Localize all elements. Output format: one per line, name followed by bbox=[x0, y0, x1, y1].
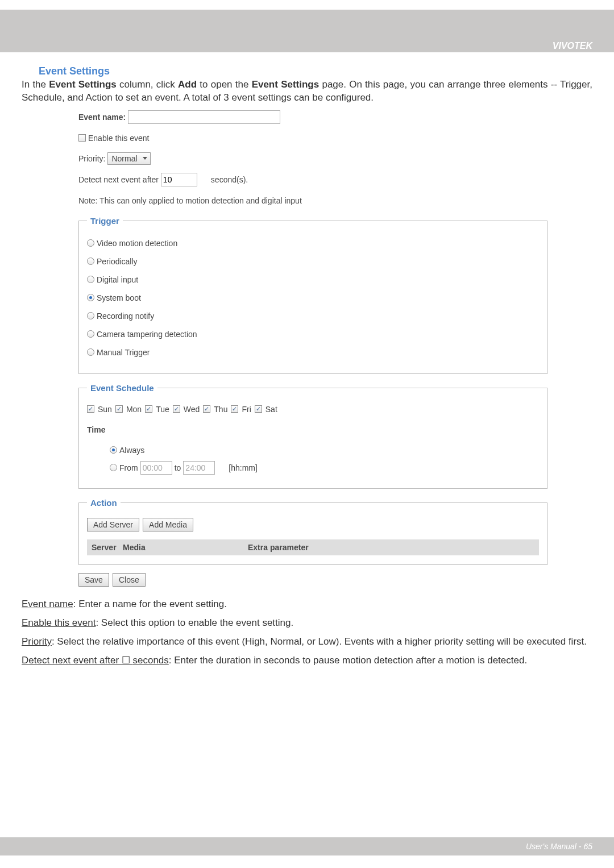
event-name-label: Event name: bbox=[78, 113, 126, 122]
explain-event-name: Event name: Enter a name for the event s… bbox=[22, 598, 592, 611]
explain-priority-text: : Select the relative importance of this… bbox=[52, 636, 587, 647]
footer-band: User's Manual - 65 bbox=[0, 837, 614, 855]
trigger-fieldset: Trigger Video motion detection Periodica… bbox=[78, 216, 547, 374]
detect-note: Note: This can only applied to motion de… bbox=[78, 196, 302, 205]
trigger-radio-recording[interactable] bbox=[87, 312, 94, 319]
trigger-label-digital: Digital input bbox=[97, 275, 138, 284]
day-label-wed: Wed bbox=[184, 405, 200, 414]
time-from-label: From bbox=[119, 463, 138, 472]
trigger-radio-manual[interactable] bbox=[87, 348, 94, 356]
explain-detect-term2: seconds bbox=[133, 655, 169, 666]
check-icon: ✓ bbox=[88, 406, 93, 412]
event-name-input[interactable] bbox=[128, 110, 280, 124]
time-to-label: to bbox=[175, 463, 181, 472]
day-checkbox-thu[interactable]: ✓ bbox=[203, 405, 210, 413]
explain-enable: Enable this event: Select this option to… bbox=[22, 617, 592, 630]
explain-detect-text: : Enter the duration in seconds to pause… bbox=[169, 655, 527, 666]
detect-suffix: second(s). bbox=[211, 175, 248, 184]
priority-label: Priority: bbox=[78, 154, 105, 163]
day-checkbox-tue[interactable]: ✓ bbox=[145, 405, 152, 413]
intro-text: In the Event Settings column, click Add … bbox=[22, 78, 592, 105]
enable-event-label: Enable this event bbox=[88, 134, 149, 143]
day-label-tue: Tue bbox=[156, 405, 169, 414]
page-content: Event Settings In the Event Settings col… bbox=[22, 65, 592, 673]
explain-enable-text: : Select this option to enable the event… bbox=[96, 617, 293, 628]
day-label-sun: Sun bbox=[98, 405, 112, 414]
check-icon: ✓ bbox=[232, 406, 237, 412]
schedule-fieldset: Event Schedule ✓Sun ✓Mon ✓Tue ✓Wed ✓Thu … bbox=[78, 383, 547, 489]
close-button[interactable]: Close bbox=[113, 573, 146, 587]
trigger-radio-video[interactable] bbox=[87, 239, 94, 247]
detect-seconds-input[interactable] bbox=[161, 173, 197, 186]
check-icon: ✓ bbox=[256, 406, 261, 412]
trigger-radio-digital[interactable] bbox=[87, 276, 94, 283]
time-radio-always[interactable] bbox=[110, 446, 117, 454]
time-always-label: Always bbox=[119, 446, 144, 455]
action-table-header: Server Media Extra parameter bbox=[87, 539, 539, 555]
action-col-server: Server bbox=[92, 543, 123, 552]
priority-value: Normal bbox=[111, 154, 137, 163]
schedule-legend: Event Schedule bbox=[87, 383, 157, 393]
explain-event-name-term: Event name bbox=[22, 599, 73, 609]
trigger-radio-periodically[interactable] bbox=[87, 258, 94, 265]
explain-detect-term1: Detect next event after bbox=[22, 655, 119, 666]
radio-selected-dot-icon bbox=[112, 448, 115, 451]
explain-enable-term: Enable this event bbox=[22, 617, 96, 628]
day-checkbox-mon[interactable]: ✓ bbox=[115, 405, 123, 413]
check-icon: ✓ bbox=[174, 406, 179, 412]
intro-bold-1: Event Settings bbox=[49, 79, 117, 90]
trigger-label-manual: Manual Trigger bbox=[97, 348, 150, 357]
priority-select[interactable]: Normal bbox=[107, 152, 150, 165]
radio-selected-dot-icon bbox=[89, 296, 92, 299]
action-fieldset: Action Add Server Add Media Server Media… bbox=[78, 498, 547, 565]
action-col-media: Media bbox=[123, 543, 248, 552]
add-server-button[interactable]: Add Server bbox=[87, 518, 139, 531]
explain-event-name-text: : Enter a name for the event setting. bbox=[73, 599, 227, 609]
chevron-down-icon bbox=[141, 154, 149, 163]
day-label-mon: Mon bbox=[126, 405, 142, 414]
detect-prefix: Detect next event after bbox=[78, 175, 159, 184]
check-icon: ✓ bbox=[204, 406, 209, 412]
check-icon: ✓ bbox=[146, 406, 151, 412]
trigger-legend: Trigger bbox=[87, 216, 123, 226]
section-title: Event Settings bbox=[39, 65, 592, 77]
time-label: Time bbox=[87, 425, 105, 434]
trigger-label-periodically: Periodically bbox=[97, 257, 138, 266]
intro-text-1: In the bbox=[22, 79, 49, 90]
time-hhmm-hint: [hh:mm] bbox=[229, 463, 258, 472]
action-legend: Action bbox=[87, 498, 121, 508]
day-label-fri: Fri bbox=[242, 405, 251, 414]
header-band: VIVOTEK bbox=[0, 10, 614, 52]
intro-text-2: column, click bbox=[117, 79, 178, 90]
day-checkbox-wed[interactable]: ✓ bbox=[173, 405, 180, 413]
trigger-label-recording: Recording notify bbox=[97, 312, 154, 321]
save-button[interactable]: Save bbox=[78, 573, 109, 587]
day-label-sat: Sat bbox=[265, 405, 277, 414]
time-from-input[interactable] bbox=[140, 461, 172, 475]
explain-detect: Detect next event after ☐ seconds: Enter… bbox=[22, 654, 592, 667]
event-settings-panel: Event name: Enable this event Priority: … bbox=[78, 110, 547, 587]
trigger-label-tampering: Camera tampering detection bbox=[97, 330, 197, 339]
trigger-radio-systemboot[interactable] bbox=[87, 294, 94, 301]
footer-text: User's Manual - 65 bbox=[526, 842, 592, 851]
intro-text-3: to open the bbox=[197, 79, 252, 90]
trigger-radio-tampering[interactable] bbox=[87, 330, 94, 338]
add-media-button[interactable]: Add Media bbox=[143, 518, 193, 531]
day-label-thu: Thu bbox=[214, 405, 227, 414]
day-checkbox-sun[interactable]: ✓ bbox=[87, 405, 94, 413]
action-col-extra: Extra parameter bbox=[248, 543, 309, 552]
explain-detect-box: ☐ bbox=[119, 655, 132, 666]
time-to-input[interactable] bbox=[183, 461, 215, 475]
trigger-label-systemboot: System boot bbox=[97, 293, 141, 302]
check-icon: ✓ bbox=[117, 406, 122, 412]
intro-bold-2: Add bbox=[178, 79, 197, 90]
time-radio-from[interactable] bbox=[110, 464, 117, 471]
brand-logo: VIVOTEK bbox=[553, 41, 592, 51]
enable-event-checkbox[interactable] bbox=[78, 134, 86, 142]
day-checkbox-sat[interactable]: ✓ bbox=[255, 405, 262, 413]
trigger-label-video: Video motion detection bbox=[97, 239, 177, 248]
explain-priority: Priority: Select the relative importance… bbox=[22, 636, 592, 649]
intro-bold-3: Event Settings bbox=[252, 79, 320, 90]
day-checkbox-fri[interactable]: ✓ bbox=[231, 405, 238, 413]
explain-priority-term: Priority bbox=[22, 636, 52, 647]
